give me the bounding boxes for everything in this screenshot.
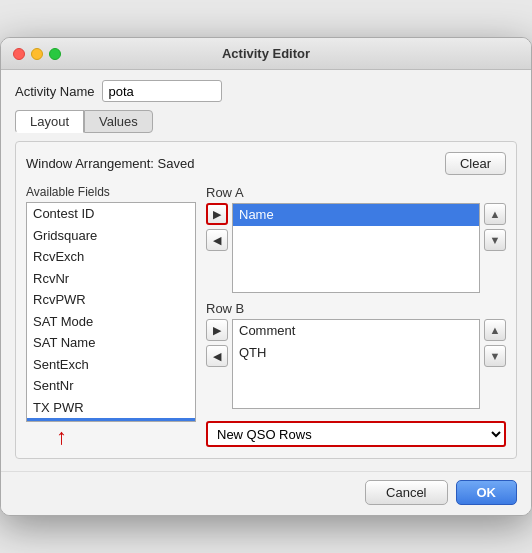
clear-button[interactable]: Clear <box>445 152 506 175</box>
row-b-transfer-btns: ▶ ◀ <box>206 319 228 367</box>
arrangement-label: Window Arrangement: Saved <box>26 156 194 171</box>
row-a-up-button[interactable]: ▲ <box>484 203 506 225</box>
row-a-add-button[interactable]: ▶ <box>206 203 228 225</box>
row-a-transfer-btns: ▶ ◀ <box>206 203 228 251</box>
tab-values[interactable]: Values <box>84 110 153 133</box>
available-fields-section: Available Fields Contest ID Gridsquare R… <box>26 185 196 448</box>
footer: Cancel OK <box>1 471 531 515</box>
row-b-item-comment[interactable]: Comment <box>233 320 479 342</box>
close-button[interactable] <box>13 48 25 60</box>
activity-name-input[interactable] <box>102 80 222 102</box>
right-section: Row A ▶ ◀ Name <box>206 185 506 448</box>
row-b-list[interactable]: Comment QTH <box>232 319 480 409</box>
minimize-button[interactable] <box>31 48 43 60</box>
available-fields-list[interactable]: Contest ID Gridsquare RcvExch RcvNr RcvP… <box>26 202 196 422</box>
content-area: Activity Name Layout Values Window Arran… <box>1 70 531 471</box>
main-layout: Available Fields Contest ID Gridsquare R… <box>26 185 506 448</box>
arrow-indicator: ↑ <box>26 426 196 448</box>
new-qso-rows-dropdown[interactable]: New QSO Rows All Rows <box>206 421 506 447</box>
list-item[interactable]: SentExch <box>27 354 195 376</box>
row-b-remove-button[interactable]: ◀ <box>206 345 228 367</box>
available-fields-label: Available Fields <box>26 185 196 199</box>
list-item[interactable]: Gridsquare <box>27 225 195 247</box>
list-item[interactable]: RcvExch <box>27 246 195 268</box>
list-item[interactable]: RcvPWR <box>27 289 195 311</box>
activity-name-label: Activity Name <box>15 84 94 99</box>
row-a-order-controls: ▲ ▼ <box>484 203 506 251</box>
tabs: Layout Values <box>15 110 517 133</box>
cancel-button[interactable]: Cancel <box>365 480 447 505</box>
row-b-order-controls: ▲ ▼ <box>484 319 506 367</box>
titlebar: Activity Editor <box>1 38 531 70</box>
list-item[interactable]: RcvNr <box>27 268 195 290</box>
traffic-lights <box>13 48 61 60</box>
arrangement-row: Window Arrangement: Saved Clear <box>26 152 506 175</box>
row-b-section: Row B ▶ ◀ Comment <box>206 301 506 409</box>
row-b-add-button[interactable]: ▶ <box>206 319 228 341</box>
row-a-item-name[interactable]: Name <box>233 204 479 226</box>
row-b-label: Row B <box>206 301 506 316</box>
row-b-item-qth[interactable]: QTH <box>233 342 479 364</box>
row-a-remove-button[interactable]: ◀ <box>206 229 228 251</box>
list-item[interactable]: SentNr <box>27 375 195 397</box>
tab-content: Window Arrangement: Saved Clear Availabl… <box>15 141 517 459</box>
row-a-inner: ▶ ◀ Name ▲ <box>206 203 506 293</box>
row-a-list[interactable]: Name <box>232 203 480 293</box>
window-title: Activity Editor <box>222 46 310 61</box>
red-arrow-icon: ↑ <box>56 426 67 448</box>
maximize-button[interactable] <box>49 48 61 60</box>
ok-button[interactable]: OK <box>456 480 518 505</box>
activity-editor-window: Activity Editor Activity Name Layout Val… <box>0 37 532 516</box>
row-a-label: Row A <box>206 185 506 200</box>
row-a-down-button[interactable]: ▼ <box>484 229 506 251</box>
row-b-down-button[interactable]: ▼ <box>484 345 506 367</box>
row-b-inner: ▶ ◀ Comment QTH <box>206 319 506 409</box>
activity-name-row: Activity Name <box>15 80 517 102</box>
tab-layout[interactable]: Layout <box>15 110 84 133</box>
row-a-section: Row A ▶ ◀ Name <box>206 185 506 293</box>
dropdown-row: New QSO Rows All Rows <box>206 421 506 447</box>
list-item[interactable]: Contest ID <box>27 203 195 225</box>
list-item-pota[interactable]: POTA <box>27 418 195 422</box>
list-item[interactable]: TX PWR <box>27 397 195 419</box>
row-b-up-button[interactable]: ▲ <box>484 319 506 341</box>
list-item[interactable]: SAT Mode <box>27 311 195 333</box>
list-item[interactable]: SAT Name <box>27 332 195 354</box>
